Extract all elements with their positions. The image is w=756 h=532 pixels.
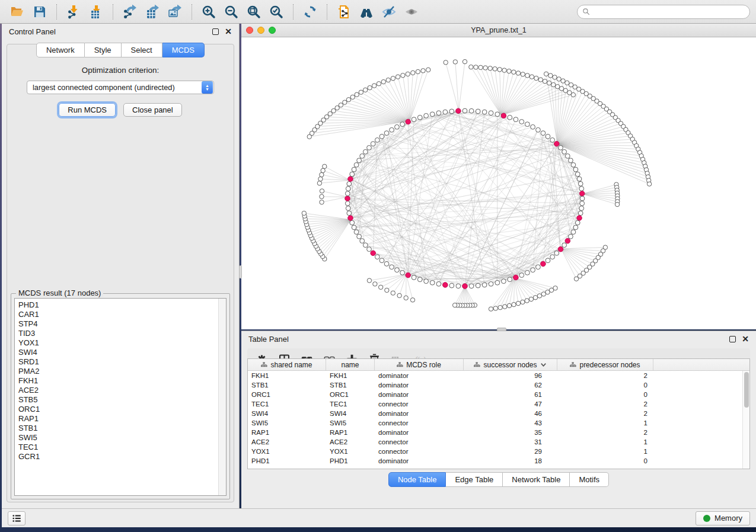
result-node-item[interactable]: RAP1 [18, 414, 226, 424]
cell-predecessor_nodes: 2 [557, 400, 653, 408]
node-table: shared namenameMCDS rolesuccessor nodesp… [247, 358, 750, 469]
dropdown-selected-value: largest connected component (undirected) [27, 83, 202, 92]
show-graphics-details-button[interactable] [400, 2, 423, 21]
table-type-tabs: Node TableEdge TableNetwork TableMotifs [241, 472, 756, 487]
export-network-button[interactable] [119, 2, 141, 21]
table-scrollbar-thumb[interactable] [744, 372, 749, 408]
column-header-MCDS-role[interactable]: MCDS role [375, 359, 464, 370]
table-scrollbar[interactable] [742, 371, 749, 469]
open-file-button[interactable] [6, 2, 28, 21]
result-node-item[interactable]: STP4 [18, 319, 226, 329]
mcds-tab-content: Optimization criterion: largest connecte… [7, 44, 234, 502]
task-history-button[interactable] [8, 511, 25, 525]
hide-graphics-details-button[interactable] [378, 2, 400, 21]
table-row[interactable]: YOX1YOX1connector291 [248, 447, 749, 456]
tab-motifs[interactable]: Motifs [570, 472, 609, 487]
result-node-item[interactable]: PHD1 [18, 300, 226, 310]
result-node-item[interactable]: TEC1 [18, 443, 226, 452]
cell-mcds_role: dominator [375, 429, 464, 436]
close-table-panel-icon[interactable]: ✕ [742, 336, 749, 342]
zoom-out-button[interactable] [220, 2, 243, 21]
table-row[interactable]: PHD1PHD1dominator180 [248, 456, 749, 466]
memory-button[interactable]: Memory [696, 511, 750, 525]
export-network-icon [123, 5, 137, 19]
import-table-button[interactable] [85, 2, 107, 21]
result-node-item[interactable]: YOX1 [18, 338, 226, 348]
import-network-button[interactable] [62, 2, 85, 21]
cell-successor_nodes: 96 [464, 372, 557, 379]
zoom-selected-icon [269, 5, 283, 19]
tab-edge-table[interactable]: Edge Table [446, 472, 503, 487]
close-panel-button[interactable]: Close panel [123, 103, 182, 117]
column-header-name[interactable]: name [326, 359, 375, 370]
table-row[interactable]: STB1STB1dominator620 [248, 380, 749, 390]
result-node-item[interactable]: SWI4 [18, 348, 226, 357]
zoom-in-button[interactable] [197, 2, 220, 21]
cell-mcds_role: connector [375, 438, 464, 446]
result-node-item[interactable]: ACE2 [18, 386, 226, 395]
share-document-button[interactable] [333, 2, 355, 21]
column-label: MCDS role [406, 361, 441, 369]
table-row[interactable]: SWI5SWI5connector431 [248, 418, 749, 428]
open-file-icon [10, 5, 24, 19]
column-label: successor nodes [483, 361, 537, 369]
share-document-icon [337, 5, 351, 19]
cell-shared_name: TEC1 [248, 400, 326, 408]
column-header-shared-name[interactable]: shared name [248, 359, 326, 370]
table-header-row: shared namenameMCDS rolesuccessor nodesp… [248, 359, 749, 371]
toolbar-separator [56, 4, 57, 20]
export-image-button[interactable] [164, 2, 186, 21]
cell-shared_name: FKH1 [248, 372, 326, 379]
network-graph [241, 37, 756, 329]
table-row[interactable]: ACE2ACE2connector311 [248, 437, 749, 447]
horizontal-splitter-grip[interactable] [497, 328, 506, 331]
network-canvas[interactable] [241, 37, 756, 329]
table-panel-titlebar: Table Panel ✕ [241, 331, 756, 347]
table-row[interactable]: ORC1ORC1dominator610 [248, 390, 749, 399]
table-row[interactable]: SWI4SWI4dominator462 [248, 409, 749, 418]
result-node-item[interactable]: ORC1 [18, 405, 226, 414]
table-row[interactable]: RAP1RAP1dominator352 [248, 428, 749, 437]
control-panel-title: Control Panel [9, 27, 56, 36]
result-node-item[interactable]: STB5 [18, 395, 226, 405]
tab-network[interactable]: Network [36, 43, 85, 57]
tab-node-table[interactable]: Node Table [388, 472, 446, 487]
column-label: predecessor nodes [579, 361, 640, 369]
table-panel-title: Table Panel [248, 335, 289, 344]
mcds-result-list[interactable]: PHD1CAR1STP4TID3YOX1SWI4SRD1PMA2FKH1ACE2… [14, 298, 227, 496]
cell-predecessor_nodes: 0 [557, 382, 653, 389]
column-namespace-icon [474, 361, 480, 368]
export-table-button[interactable] [141, 2, 164, 21]
result-node-item[interactable]: PMA2 [18, 367, 226, 376]
table-row[interactable]: TEC1TEC1connector472 [248, 399, 749, 409]
result-node-item[interactable]: TID3 [18, 329, 226, 338]
table-row[interactable]: FKH1FKH1dominator962 [248, 371, 749, 380]
result-node-item[interactable]: STB1 [18, 424, 226, 433]
result-list-scrollbar[interactable] [218, 299, 226, 495]
zoom-fit-button[interactable] [243, 2, 265, 21]
tab-select[interactable]: Select [122, 43, 162, 57]
float-table-panel-icon[interactable] [729, 336, 736, 342]
float-panel-icon[interactable] [212, 28, 219, 35]
tab-style[interactable]: Style [85, 43, 122, 57]
vertical-splitter-grip[interactable] [239, 265, 242, 278]
optimization-criterion-dropdown[interactable]: largest connected component (undirected)… [27, 81, 214, 94]
result-node-item[interactable]: CAR1 [18, 310, 226, 319]
column-header-successor-nodes[interactable]: successor nodes [464, 359, 557, 370]
binoculars-button[interactable] [355, 2, 378, 21]
run-mcds-button[interactable]: Run MCDS [59, 103, 116, 117]
save-session-button[interactable] [28, 2, 51, 21]
zoom-selected-button[interactable] [265, 2, 288, 21]
result-node-item[interactable]: FKH1 [18, 376, 226, 386]
result-node-item[interactable]: SRD1 [18, 357, 226, 367]
search-box[interactable] [577, 5, 750, 19]
result-node-item[interactable]: GCR1 [18, 452, 226, 462]
tab-mcds[interactable]: MCDS [162, 43, 205, 57]
network-window-titlebar[interactable]: YPA_prune.txt_1 [241, 24, 756, 37]
search-input[interactable] [593, 8, 745, 16]
tab-network-table[interactable]: Network Table [503, 472, 570, 487]
result-node-item[interactable]: SWI5 [18, 433, 226, 443]
close-panel-icon[interactable]: ✕ [225, 28, 232, 35]
column-header-predecessor-nodes[interactable]: predecessor nodes [557, 359, 653, 370]
refresh-button[interactable] [299, 2, 321, 21]
